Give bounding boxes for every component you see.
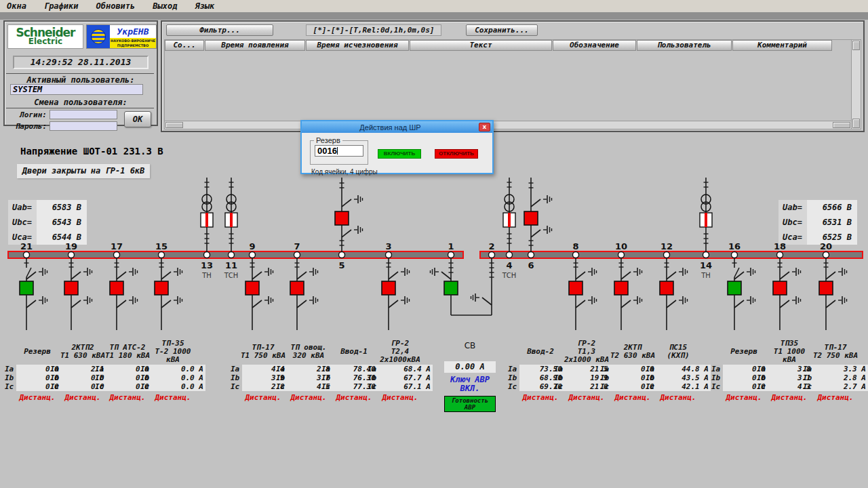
phase-current-value: 0.0 A xyxy=(152,373,205,382)
phase-label: Ic xyxy=(95,382,106,391)
menu-item-1[interactable]: Окна xyxy=(7,1,26,11)
feeder-title-line: 2х1000кВА xyxy=(368,356,433,364)
fuse-element xyxy=(205,213,208,227)
breaker-1[interactable] xyxy=(444,281,458,295)
feeder-table-4: ТП-35Т-2 1000кВАIa0.0 AIb0.0 AIc0.0 AДис… xyxy=(140,339,205,402)
phase-label: Ic xyxy=(5,382,16,391)
phase-current-row: Ib67.7 A xyxy=(368,373,433,382)
phase-label: Ia xyxy=(554,365,566,373)
diagram-label: 7 xyxy=(294,241,300,251)
phase-label: Ia xyxy=(321,365,333,373)
phase-current-value: 2.8 A xyxy=(814,373,868,382)
diagram-label: 11 xyxy=(225,260,237,270)
avr-key-status: ВКЛ. xyxy=(444,384,496,393)
phase-label: Ic xyxy=(554,382,566,391)
bus-node-15 xyxy=(159,252,165,258)
diagram-line xyxy=(71,300,81,308)
diagram-label: 13 xyxy=(201,260,213,270)
breaker-5[interactable] xyxy=(335,211,349,225)
phase-label: Ia xyxy=(5,365,16,373)
busbar-2 xyxy=(480,251,863,258)
diagram-line xyxy=(161,300,171,308)
control-mode-label: Дистанц. xyxy=(646,393,711,402)
phase-label: Ia xyxy=(711,365,723,373)
bus-node-9 xyxy=(250,252,256,258)
breaker-16[interactable] xyxy=(728,281,741,295)
diagram-label: 17 xyxy=(111,241,123,251)
phase-current-value: 67.1 A xyxy=(379,382,433,391)
breaker-7[interactable] xyxy=(290,281,304,295)
phase-current-row: Ib0.0 A xyxy=(140,373,205,382)
fuse-element xyxy=(508,213,511,227)
phase-label: Ia xyxy=(95,365,106,373)
phase-label: Ic xyxy=(50,382,62,391)
menu-item-2[interactable]: Графики xyxy=(44,1,79,11)
diagram-line xyxy=(161,272,171,279)
phase-label: Ib xyxy=(50,373,62,382)
phase-label: Ia xyxy=(600,365,612,373)
close-icon[interactable]: x xyxy=(479,123,490,131)
bus-node-21 xyxy=(24,252,30,258)
diagram-label: 16 xyxy=(728,241,741,251)
breaker-9[interactable] xyxy=(245,281,259,295)
bus-node-13 xyxy=(204,252,210,258)
diagram-line xyxy=(621,300,631,308)
bus-node-6 xyxy=(528,252,534,258)
diagram-label: 5 xyxy=(338,260,344,270)
phase-current-value: 0.0 A xyxy=(152,365,205,373)
feeder-table-12: ПС15(КХП)Ia44.8 AIb43.5 AIc42.1 AДистанц… xyxy=(646,339,711,402)
phase-current-row: Ia44.8 A xyxy=(646,365,711,373)
diagram-line xyxy=(780,300,789,308)
diagram-line xyxy=(576,300,585,308)
phase-label: Ib xyxy=(554,373,566,382)
phase-label: Ib xyxy=(757,373,768,382)
diagram-line xyxy=(531,230,540,237)
diagram-line xyxy=(531,199,540,207)
menu-item-3[interactable]: Обновить xyxy=(96,1,135,11)
menu-bar: ОкнаГрафикиОбновитьВыходЯзык xyxy=(0,0,868,12)
bus-node-2 xyxy=(489,252,495,258)
breaker-actions-dialog: Действия над ШР x Резерв 0016 ВКЛЮЧИТЬ О… xyxy=(300,120,494,174)
control-mode-label: Дистанц. xyxy=(803,393,868,402)
menu-item-4[interactable]: Выход xyxy=(153,1,177,11)
phase-label: Ia xyxy=(140,365,152,373)
diagram-line xyxy=(667,300,676,308)
dialog-titlebar[interactable]: Действия над ШР x xyxy=(302,121,492,133)
switch-off-button[interactable]: ОТКЛЮЧИТЬ xyxy=(435,149,478,159)
breaker-21[interactable] xyxy=(20,281,33,295)
phase-current-value: 42.1 A xyxy=(657,382,711,391)
breaker-19[interactable] xyxy=(64,281,78,295)
avr-ready-text: АВР xyxy=(445,404,495,411)
menu-item-5[interactable]: Язык xyxy=(195,1,214,11)
phase-label: Ic xyxy=(711,382,723,391)
phase-label: Ib xyxy=(368,373,379,382)
feeder-title-line: кВА xyxy=(140,356,205,364)
phase-current-value: 44.8 A xyxy=(657,365,711,373)
breaker-3[interactable] xyxy=(382,281,395,295)
breaker-12[interactable] xyxy=(660,281,673,295)
single-line-diagram: 2119171513ТН11ТСН9753124ТСН68101214ТН161… xyxy=(0,0,868,488)
breaker-18[interactable] xyxy=(773,281,787,295)
phase-label: Ib xyxy=(231,373,242,382)
breaker-17[interactable] xyxy=(110,281,123,295)
phase-label: Ic xyxy=(140,382,152,391)
phase-label: Ia xyxy=(646,365,657,373)
diagram-line xyxy=(252,272,262,279)
breaker-10[interactable] xyxy=(614,281,628,295)
phase-label: Ib xyxy=(600,373,612,382)
phase-current-row: Ic0.0 A xyxy=(140,382,205,391)
diagram-label: 12 xyxy=(660,241,673,251)
switch-on-button[interactable]: ВКЛЮЧИТЬ xyxy=(378,149,421,159)
phase-label: Ib xyxy=(646,373,657,382)
fuse-element xyxy=(230,213,233,227)
breaker-15[interactable] xyxy=(155,281,168,295)
avr-ready-text: Готовность xyxy=(445,397,495,404)
breaker-6[interactable] xyxy=(524,211,538,225)
diagram-line xyxy=(342,230,351,237)
breaker-20[interactable] xyxy=(819,281,833,295)
diagram-line xyxy=(342,199,351,207)
phase-current-value: 3.3 A xyxy=(814,365,868,373)
breaker-8[interactable] xyxy=(569,281,583,295)
cell-code-input[interactable]: 0016 xyxy=(315,145,363,157)
phase-label: Ia xyxy=(231,365,242,373)
